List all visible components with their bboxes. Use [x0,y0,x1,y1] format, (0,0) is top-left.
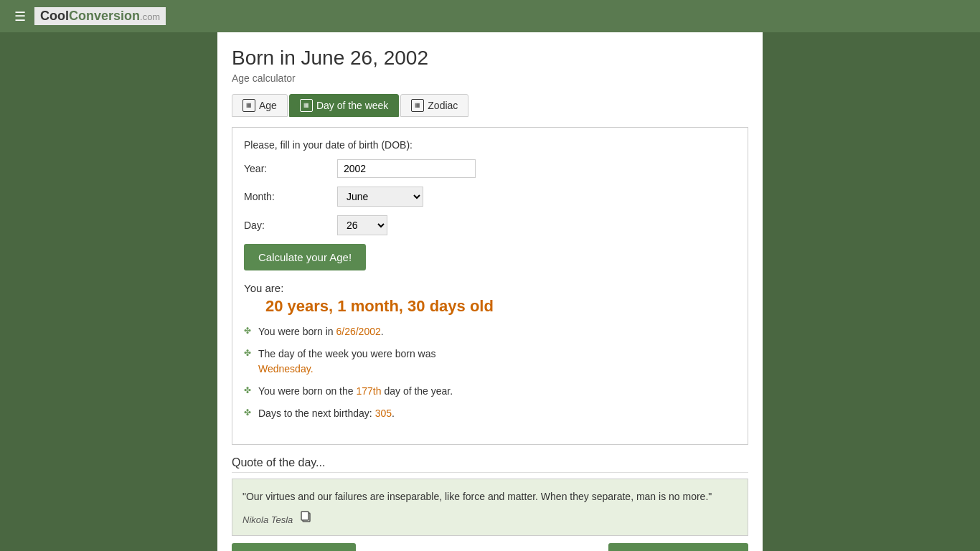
fact-dow-value: Wednesday. [258,363,314,375]
brand-conversion: Conversion [69,9,140,23]
age-result: 20 years, 1 month, 30 days old [265,297,736,316]
year-label: Year: [244,163,337,174]
fact-born-date-value: 6/26/2002 [336,326,380,337]
month-label: Month: [244,191,337,202]
zodiac-tab-icon: ▦ [411,99,424,112]
month-select[interactable]: January February March April May June Ju… [337,187,423,207]
day-tab-icon: ▦ [300,99,313,112]
day-select[interactable]: 12345 678910 1112131415 1617181920 21222… [337,215,387,235]
fact-nb-suffix: . [392,408,395,419]
tab-age[interactable]: ▦ Age [232,94,288,117]
tab-day-of-week[interactable]: ▦ Day of the week [289,94,399,117]
fact-doy-value: 177th [356,385,381,397]
quote-title: Quote of the day... [232,456,748,473]
day-row: Day: 12345 678910 1112131415 1617181920 … [244,215,736,235]
tab-zodiac[interactable]: ▦ Zodiac [400,94,468,117]
fact-doy-prefix: You were born on the [258,385,356,397]
fact-day-of-week: The day of the week you were born was We… [244,347,736,377]
copy-icon[interactable] [300,510,313,525]
brand-com: .com [140,11,160,22]
you-are-label: You are: [244,282,736,294]
fact-born-suffix: . [381,326,384,337]
show-another-quote-button[interactable]: Show me Another Quote! [232,543,356,551]
email-page-button[interactable]: E-mail This Page To A Friend [608,543,748,551]
month-row: Month: January February March April May … [244,187,736,207]
quote-section: Quote of the day... "Our virtues and our… [232,456,748,551]
calculate-button[interactable]: Calculate your Age! [244,244,366,270]
fact-dow-prefix: The day of the week you were born was [258,348,435,359]
tab-zodiac-label: Zodiac [428,100,458,111]
fact-nb-value: 305 [375,408,392,419]
brand-cool: Cool [40,9,69,23]
page-subtitle: Age calculator [232,72,748,84]
tab-age-label: Age [259,100,277,111]
fact-next-birthday: Days to the next birthday: 305. [244,406,736,421]
tab-day-of-week-label: Day of the week [316,100,388,111]
form-box: Please, fill in your date of birth (DOB)… [232,127,748,445]
fact-day-of-year: You were born on the 177th day of the ye… [244,384,736,399]
page-title: Born in June 26, 2002 [232,47,748,70]
year-row: Year: [244,159,736,178]
main-content: Born in June 26, 2002 Age calculator ▦ A… [217,32,763,551]
header: ☰ CoolConversion.com [0,0,980,32]
quote-box: "Our virtues and our failures are insepa… [232,479,748,536]
form-intro: Please, fill in your date of birth (DOB)… [244,139,736,151]
result-section: You are: 20 years, 1 month, 30 days old … [244,282,736,421]
tabs-container: ▦ Age ▦ Day of the week ▦ Zodiac [232,94,748,117]
svg-rect-1 [301,512,308,520]
day-label: Day: [244,220,337,231]
quote-text: "Our virtues and our failures are insepa… [242,489,738,504]
quote-author: Nikola Tesla [242,514,293,525]
fact-born-prefix: You were born in [258,326,336,337]
year-input[interactable] [337,159,476,178]
fact-born-date: You were born in 6/26/2002. [244,324,736,339]
fact-nb-prefix: Days to the next birthday: [258,408,375,419]
brand: CoolConversion.com [34,7,166,25]
quote-author-row: Nikola Tesla [242,510,738,525]
facts-list: You were born in 6/26/2002. The day of t… [244,324,736,421]
menu-icon[interactable]: ☰ [14,9,26,24]
quote-buttons: Show me Another Quote! E-mail This Page … [232,543,748,551]
fact-doy-suffix: day of the year. [382,385,453,397]
age-tab-icon: ▦ [242,99,255,112]
